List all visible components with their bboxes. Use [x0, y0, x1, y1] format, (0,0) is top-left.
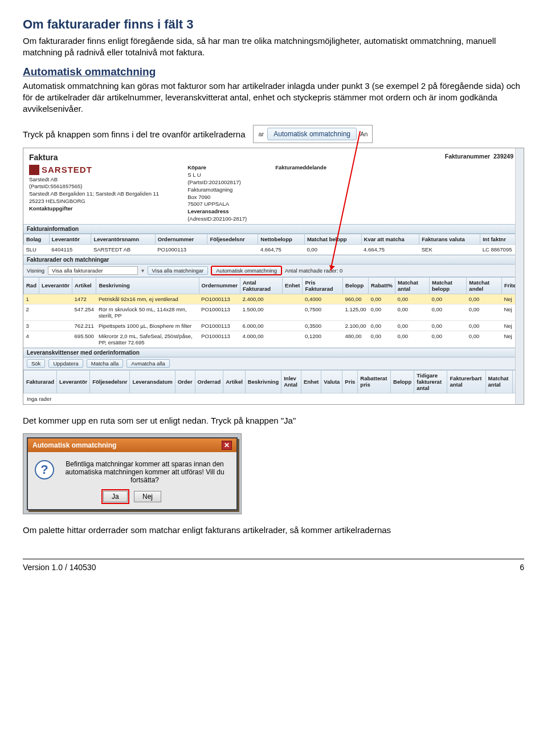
- buyer-block: Köpare S L U (PartsID:2021002817) Faktur…: [187, 164, 247, 223]
- section-heading-auto: Automatisk ommatchning: [23, 66, 524, 78]
- section-fakturainfo: Fakturainformation: [23, 224, 524, 234]
- meddelande-label: Fakturameddelande: [275, 164, 326, 223]
- intro-paragraph: Om fakturarader finns enligt föregående …: [23, 35, 524, 59]
- button-snippet: ar Automatisk ommatchning An: [253, 125, 373, 143]
- section-body-auto: Automatisk ommatchning kan göras mot fak…: [23, 80, 524, 115]
- visa-alla-matchningar-button[interactable]: Visa alla matchningar: [148, 266, 209, 275]
- logo-icon: [29, 165, 39, 175]
- no-button[interactable]: Nej: [134, 491, 161, 502]
- no-rows-text: Inga rader: [23, 393, 524, 404]
- search-button[interactable]: Sök: [27, 359, 45, 368]
- scrollbar[interactable]: [515, 148, 524, 404]
- visning-label: Visning: [27, 267, 44, 274]
- dialog-body-text: Befintliga matchningar kommer att sparas…: [60, 460, 230, 484]
- unmatch-all-button[interactable]: Avmatcha alla: [126, 359, 170, 368]
- confirm-dialog: Automatisk ommatchning ✕ ? Befintliga ma…: [27, 437, 238, 510]
- app-screenshot: Fakturanummer 239249 Faktura SARSTEDT Sa…: [23, 148, 524, 405]
- close-icon[interactable]: ✕: [222, 441, 232, 450]
- invoice-rows-table: RadLeverantörArtikel BeskrivningOrdernum…: [23, 277, 524, 348]
- yes-button[interactable]: Ja: [103, 491, 128, 502]
- post-shot-text: Det kommer upp en ruta som ser ut enligt…: [23, 415, 524, 426]
- sarstedt-logo: SARSTEDT: [29, 164, 159, 176]
- version-text: Version 1.0 / 140530: [23, 563, 96, 572]
- section-fakturarader: Fakturarader och matchningar: [23, 255, 524, 265]
- table-row[interactable]: SLU6404115SARSTEDT AB PO10001134.664,75 …: [24, 244, 524, 254]
- page-title: Om fakturarader finns i fält 3: [23, 17, 524, 32]
- lk-table: FakturaradLeverantörFöljesedelsnr Levera…: [23, 370, 524, 393]
- match-all-button[interactable]: Matcha alla: [87, 359, 124, 368]
- table-row[interactable]: 4695.500Mikrorör 2,0 mL, SafeSeal, 250st…: [24, 331, 524, 347]
- auto-rematch-button-sample[interactable]: Automatisk ommatchning: [267, 128, 357, 140]
- page-number: 6: [520, 563, 524, 572]
- snippet-right-text: An: [360, 131, 368, 137]
- section-leveranskvittenser: Leveranskvittenser med orderinformation: [23, 348, 524, 357]
- page-footer: Version 1.0 / 140530 6: [23, 559, 524, 572]
- refresh-button[interactable]: Uppdatera: [48, 359, 83, 368]
- table-row[interactable]: 2547.254Rör m skruvlock 50 mL, 114x28 mm…: [24, 304, 524, 320]
- after-dialog-text: Om palette hittar orderrader som matchar…: [23, 525, 524, 536]
- question-icon: ?: [35, 460, 54, 479]
- press-button-text: Tryck på knappen som finns i del tre ova…: [23, 129, 245, 139]
- table-row[interactable]: 11472Petriskål 92x16 mm, ej ventilerad P…: [24, 294, 524, 304]
- auto-rematch-button[interactable]: Automatisk ommatchning: [211, 266, 281, 275]
- invoice-number: Fakturanummer 239249: [445, 153, 513, 160]
- snippet-left-text: ar: [258, 131, 264, 137]
- dialog-title: Automatisk ommatchning: [32, 441, 116, 449]
- visning-dropdown[interactable]: Visa alla fakturarader: [48, 266, 138, 275]
- table-row[interactable]: 3762.211Pipettspets 1000 µL, Biosphere m…: [24, 320, 524, 331]
- seller-block: SARSTEDT Sarstedt AB (PartsID:5561857565…: [29, 164, 159, 223]
- invoice-info-table: BolagLeverantörLeverantörsnamn Ordernumm…: [23, 234, 524, 255]
